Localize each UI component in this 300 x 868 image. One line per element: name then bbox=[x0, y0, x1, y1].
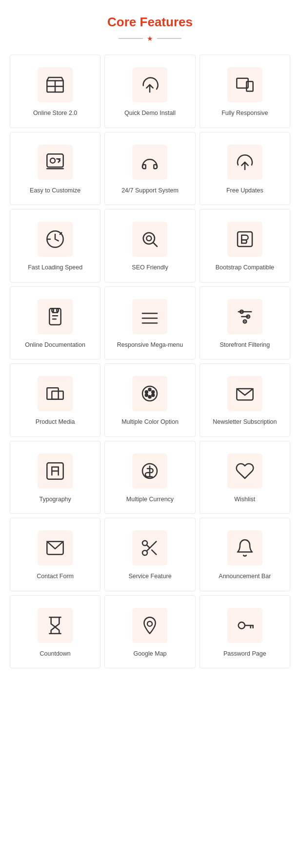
svg-point-51 bbox=[238, 622, 244, 628]
free-updates-label: Free Updates bbox=[226, 187, 263, 195]
star-icon: ★ bbox=[147, 35, 153, 42]
filtering-icon-box bbox=[227, 299, 262, 334]
svg-rect-21 bbox=[52, 308, 53, 312]
title-divider: ★ bbox=[10, 35, 290, 42]
online-store-icon-box bbox=[38, 67, 73, 102]
svg-rect-32 bbox=[47, 388, 58, 399]
password-icon-box bbox=[227, 608, 262, 643]
feature-card-wishlist: Wishlist bbox=[200, 441, 290, 514]
svg-rect-5 bbox=[246, 81, 253, 91]
contact-icon-box bbox=[38, 530, 73, 566]
bootstrap-label: Bootstrap Compatible bbox=[216, 264, 274, 272]
feature-card-google-map: Google Map bbox=[104, 595, 195, 669]
divider-line-right bbox=[157, 38, 181, 39]
wishlist-label: Wishlist bbox=[234, 495, 255, 504]
password-label: Password Page bbox=[223, 650, 266, 659]
seo-label: SEO Friendly bbox=[132, 264, 168, 272]
feature-card-mega-menu: Responsive Mega-menu bbox=[104, 286, 195, 360]
bootstrap-icon-box bbox=[227, 222, 262, 257]
svg-line-49 bbox=[147, 545, 150, 548]
product-media-label: Product Media bbox=[36, 418, 75, 427]
feature-card-announcement: Announcement Bar bbox=[200, 518, 290, 591]
feature-card-easy-customize: Easy to Customize bbox=[10, 132, 100, 206]
quick-demo-label: Quick Demo Install bbox=[124, 109, 176, 118]
quick-demo-icon-box bbox=[132, 67, 167, 102]
support-icon-box bbox=[132, 145, 167, 180]
feature-card-fast-loading: Fast Loading Speed bbox=[10, 209, 100, 283]
svg-rect-17 bbox=[49, 308, 60, 324]
newsletter-label: Newsletter Subscription bbox=[213, 418, 277, 427]
feature-card-typography: Typography bbox=[10, 441, 100, 514]
svg-point-13 bbox=[143, 233, 155, 244]
documentation-icon-box bbox=[38, 299, 73, 334]
feature-card-quick-demo: Quick Demo Install bbox=[104, 55, 195, 128]
newsletter-icon-box bbox=[227, 376, 262, 411]
fully-responsive-label: Fully Responsive bbox=[221, 109, 268, 118]
feature-card-newsletter: Newsletter Subscription bbox=[200, 363, 290, 437]
svg-point-36 bbox=[152, 391, 155, 393]
feature-card-contact: Contact Form bbox=[10, 518, 100, 591]
online-store-label: Online Store 2.0 bbox=[33, 109, 77, 118]
feature-card-bootstrap: Bootstrap Compatible bbox=[200, 209, 290, 283]
svg-line-15 bbox=[154, 243, 158, 247]
features-grid: Online Store 2.0Quick Demo InstallFully … bbox=[10, 55, 290, 668]
feature-card-password: Password Page bbox=[200, 595, 290, 669]
mega-menu-label: Responsive Mega-menu bbox=[117, 341, 183, 350]
google-map-label: Google Map bbox=[133, 650, 166, 659]
service-icon-box bbox=[132, 530, 167, 566]
typography-icon-box bbox=[38, 453, 73, 489]
filtering-label: Storefront Filtering bbox=[220, 341, 270, 350]
feature-card-support: 24/7 Support System bbox=[104, 132, 195, 206]
feature-card-currency: Multiple Currency bbox=[104, 441, 195, 514]
divider-line-left bbox=[119, 38, 143, 39]
currency-icon-box bbox=[132, 453, 167, 489]
svg-rect-33 bbox=[52, 391, 63, 399]
svg-point-37 bbox=[149, 388, 151, 391]
feature-card-free-updates: Free Updates bbox=[200, 132, 290, 206]
fully-responsive-icon-box bbox=[227, 67, 262, 102]
service-label: Service Feature bbox=[128, 572, 171, 581]
svg-point-50 bbox=[147, 621, 152, 626]
easy-customize-icon-box bbox=[38, 145, 73, 180]
color-option-label: Multiple Color Option bbox=[121, 418, 179, 427]
feature-card-online-store: Online Store 2.0 bbox=[10, 55, 100, 128]
currency-label: Multiple Currency bbox=[126, 495, 174, 504]
google-map-icon-box bbox=[132, 608, 167, 643]
countdown-label: Countdown bbox=[40, 650, 71, 659]
feature-card-service: Service Feature bbox=[104, 518, 195, 591]
feature-card-countdown: Countdown bbox=[10, 595, 100, 669]
wishlist-icon-box bbox=[227, 453, 262, 489]
mega-menu-icon-box bbox=[132, 299, 167, 334]
fast-loading-icon-box bbox=[38, 222, 73, 257]
announcement-icon-box bbox=[227, 530, 262, 566]
svg-point-35 bbox=[145, 391, 148, 393]
feature-card-filtering: Storefront Filtering bbox=[200, 286, 290, 360]
documentation-label: Online Documentation bbox=[25, 341, 85, 350]
svg-rect-22 bbox=[57, 308, 58, 312]
feature-card-seo: SEO Friendly bbox=[104, 209, 195, 283]
page-wrapper: Core Features ★ Online Store 2.0Quick De… bbox=[0, 0, 300, 688]
feature-card-product-media: Product Media bbox=[10, 363, 100, 437]
announcement-label: Announcement Bar bbox=[219, 572, 271, 581]
feature-card-fully-responsive: Fully Responsive bbox=[200, 55, 290, 128]
svg-point-14 bbox=[147, 236, 152, 241]
free-updates-icon-box bbox=[227, 145, 262, 180]
svg-line-48 bbox=[152, 550, 157, 554]
svg-rect-16 bbox=[238, 232, 252, 246]
fast-loading-label: Fast Loading Speed bbox=[28, 264, 82, 272]
feature-card-color-option: Multiple Color Option bbox=[104, 363, 195, 437]
typography-label: Typography bbox=[40, 495, 71, 504]
contact-label: Contact Form bbox=[37, 572, 74, 581]
easy-customize-label: Easy to Customize bbox=[30, 187, 80, 195]
color-option-icon-box bbox=[132, 376, 167, 411]
section-title: Core Features bbox=[10, 15, 290, 30]
product-media-icon-box bbox=[38, 376, 73, 411]
svg-point-38 bbox=[149, 396, 151, 398]
svg-point-39 bbox=[145, 394, 148, 396]
svg-point-7 bbox=[50, 158, 55, 163]
support-label: 24/7 Support System bbox=[121, 187, 179, 195]
countdown-icon-box bbox=[38, 608, 73, 643]
svg-point-40 bbox=[152, 394, 155, 396]
seo-icon-box bbox=[132, 222, 167, 257]
feature-card-documentation: Online Documentation bbox=[10, 286, 100, 360]
